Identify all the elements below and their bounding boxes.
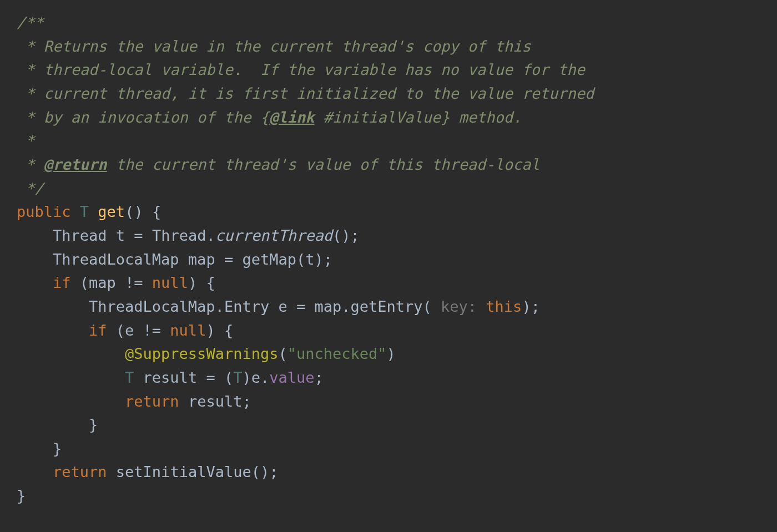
condition: (map != — [71, 274, 152, 291]
brace: } — [17, 487, 26, 504]
inlay-hint-key: key: — [432, 298, 486, 315]
equals: = — [296, 298, 315, 315]
space — [107, 463, 116, 480]
equals: = — [224, 251, 243, 268]
keyword-if: if — [89, 322, 107, 339]
var-t: t — [107, 227, 134, 244]
punct: )e. — [242, 369, 269, 386]
punct: ) — [387, 345, 396, 362]
field-value: value — [269, 369, 314, 386]
generic-type: T — [80, 203, 89, 220]
annotation-suppresswarnings: @SuppressWarnings — [125, 345, 278, 362]
javadoc-line: */ — [17, 180, 44, 197]
keyword-return: return — [125, 393, 179, 410]
punct: ( — [278, 345, 287, 362]
punct: ) { — [206, 322, 233, 339]
equals: = — [134, 227, 152, 244]
javadoc-line: * — [17, 132, 35, 149]
javadoc-link-tag: @link — [269, 109, 314, 126]
call-getEntry: getEntry — [350, 298, 422, 315]
call-getMap: getMap — [242, 251, 296, 268]
keyword-if: if — [53, 274, 71, 291]
generic-type: T — [125, 369, 134, 386]
generic-type: T — [233, 369, 242, 386]
brace: } — [89, 416, 98, 433]
javadoc-line: * @return the current thread's value of … — [17, 156, 540, 173]
keyword-this: this — [486, 298, 522, 315]
punct: ; — [314, 369, 323, 386]
type-thread: Thread. — [152, 227, 215, 244]
punct: (t); — [296, 251, 332, 268]
javadoc-line: * by an invocation of the {@link #initia… — [17, 109, 522, 126]
var-e: e — [269, 298, 296, 315]
javadoc-line: /** — [17, 14, 44, 31]
var-result: result = ( — [134, 369, 233, 386]
var-map: map — [179, 251, 224, 268]
brace: { — [143, 203, 162, 220]
code-editor[interactable]: /** * Returns the value in the current t… — [0, 0, 777, 519]
keyword-return: return — [53, 463, 107, 480]
type-threadlocalmap: ThreadLocalMap — [53, 251, 179, 268]
keyword-null: null — [170, 322, 206, 339]
keyword-null: null — [152, 274, 188, 291]
parens: () — [125, 203, 143, 220]
call-currentThread: currentThread — [215, 227, 332, 244]
type-entry: ThreadLocalMap.Entry — [89, 298, 269, 315]
punct: ); — [522, 298, 540, 315]
string-unchecked: "unchecked" — [287, 345, 387, 362]
punct: ) { — [188, 274, 215, 291]
call-setInitialValue: setInitialValue — [116, 463, 251, 480]
return-result: result; — [179, 393, 251, 410]
punct: (); — [251, 463, 279, 480]
map-ref: map. — [314, 298, 350, 315]
javadoc-line: * thread-local variable. If the variable… — [17, 61, 585, 78]
punct: ( — [423, 298, 432, 315]
condition: (e != — [107, 322, 170, 339]
keyword-public: public — [17, 203, 71, 220]
brace: } — [53, 440, 62, 457]
javadoc-line: * current thread, it is first initialize… — [17, 85, 594, 102]
javadoc-return-tag: @return — [44, 156, 107, 173]
method-name-get: get — [98, 203, 125, 220]
type-thread: Thread — [53, 227, 107, 244]
punct: (); — [332, 227, 360, 244]
javadoc-line: * Returns the value in the current threa… — [17, 38, 531, 55]
